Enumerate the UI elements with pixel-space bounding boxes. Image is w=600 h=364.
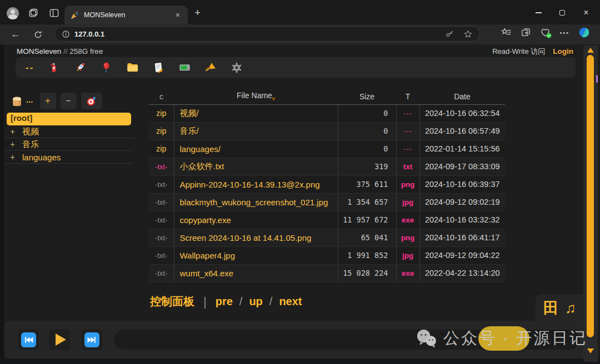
favorite-star-icon[interactable] xyxy=(463,29,473,39)
col-header-size[interactable]: Size xyxy=(338,89,396,104)
file-link[interactable]: 视频/ xyxy=(174,104,338,122)
next-link[interactable]: next xyxy=(279,295,302,308)
file-link[interactable]: Wallpaper4.jpg xyxy=(174,246,338,264)
up-link[interactable]: up xyxy=(249,295,262,308)
prev-track-button[interactable] xyxy=(18,329,39,350)
copilot-icon[interactable] xyxy=(578,27,590,38)
file-link[interactable]: copyparty.exe xyxy=(174,211,338,229)
balloon-icon[interactable] xyxy=(99,61,113,74)
zip-link[interactable]: zip xyxy=(149,140,174,158)
back-icon[interactable]: ← xyxy=(9,28,22,41)
window-edge xyxy=(0,358,600,364)
address-bar[interactable]: 127.0.0.1 xyxy=(54,26,480,42)
bread-toggle-icon[interactable] xyxy=(10,94,24,108)
window-minimize-button[interactable] xyxy=(529,7,548,19)
table-row: -txt- copyparty.exe 11 957 672 exe 2024-… xyxy=(149,211,505,229)
table-row: -txt- Wallpaper4.jpg 1 991 852 jpg 2024-… xyxy=(149,246,505,264)
browser-menu-icon[interactable]: ••• xyxy=(559,29,569,36)
tab-monseleven[interactable]: MONSeleven × xyxy=(64,6,188,24)
favorites-bar-icon[interactable] xyxy=(501,27,512,38)
next-track-button[interactable] xyxy=(81,329,102,350)
txt-link[interactable]: -txt- xyxy=(149,158,174,175)
toolbar-dashes-button[interactable]: -- xyxy=(26,62,34,73)
next-icon xyxy=(84,332,99,347)
txt-link[interactable]: -txt- xyxy=(149,211,174,229)
browser-essentials-icon[interactable] xyxy=(540,27,551,38)
tree-dots-label[interactable]: ... xyxy=(26,95,33,104)
grid-view-toggle[interactable]: 田 xyxy=(543,298,558,318)
action-toolbar: -- xyxy=(16,57,576,78)
password-key-icon[interactable] xyxy=(445,29,454,39)
pre-link[interactable]: pre xyxy=(216,295,233,308)
zip-link[interactable]: zip xyxy=(149,122,174,140)
file-link[interactable]: 小众软件.txt xyxy=(174,158,338,175)
file-link[interactable]: 音乐/ xyxy=(174,122,338,140)
url-text[interactable]: 127.0.0.1 xyxy=(74,30,445,38)
party-popper-favicon xyxy=(70,11,79,20)
tab-title: MONSeleven xyxy=(84,11,173,19)
col-header-c[interactable]: c xyxy=(149,89,174,104)
tree-item-languages[interactable]: + languages xyxy=(4,151,133,164)
scroll-down-arrow-icon[interactable] xyxy=(587,348,594,353)
watermark-text: 公众号 · 开源日记 xyxy=(443,327,587,350)
tree-item-root[interactable]: [root] xyxy=(7,113,131,125)
site-title[interactable]: MONSeleven xyxy=(17,47,61,55)
rocket-icon[interactable] xyxy=(73,61,87,74)
expand-icon[interactable]: + xyxy=(8,153,17,161)
extinguisher-icon[interactable] xyxy=(47,61,61,74)
col-header-date[interactable]: Date xyxy=(419,89,505,104)
file-link[interactable]: wumt_x64.exe xyxy=(174,264,338,282)
table-header-row: c File Namev Size T Date xyxy=(149,89,505,104)
play-button[interactable] xyxy=(49,329,70,350)
scrollbar-thumb[interactable] xyxy=(587,55,594,337)
window-edge xyxy=(0,44,4,364)
table-row: zip 视频/ 0 --- 2024-10-16 06:32:54 xyxy=(149,104,505,122)
file-link[interactable]: Screen 2024-10-16 at 14.41.05.png xyxy=(174,229,338,246)
window-close-button[interactable]: × xyxy=(577,7,596,19)
page-header: MONSeleven // 258G free Read-Write 访问 Lo… xyxy=(17,47,573,57)
txt-link[interactable]: -txt- xyxy=(149,193,174,211)
memo-icon[interactable] xyxy=(152,61,165,74)
tree-item-music[interactable]: + 音乐 xyxy=(4,138,133,151)
gear-icon[interactable] xyxy=(230,61,243,74)
copyparty-page: MONSeleven // 258G free Read-Write 访问 Lo… xyxy=(0,44,600,358)
target-icon xyxy=(86,95,97,107)
workspaces-icon[interactable] xyxy=(28,8,39,18)
txt-link[interactable]: -txt- xyxy=(149,264,174,282)
window-maximize-button[interactable] xyxy=(553,7,572,19)
audio-panel-toggle[interactable]: ♫ xyxy=(565,300,576,317)
file-link[interactable]: languages/ xyxy=(174,140,338,158)
tree-grow-button[interactable]: + xyxy=(40,93,56,109)
file-table: c File Namev Size T Date zip 视频/ 0 --- 2… xyxy=(149,89,505,282)
file-link[interactable]: Appinn-2024-10-16-14.39.13@2x.png xyxy=(174,175,338,193)
tab-close-icon[interactable]: × xyxy=(173,11,182,19)
control-panel-link[interactable]: 控制面板 xyxy=(150,294,194,309)
prev-icon xyxy=(21,332,36,347)
scroll-up-arrow-icon[interactable] xyxy=(587,48,594,53)
collections-icon[interactable] xyxy=(521,27,531,38)
new-tab-button[interactable]: + xyxy=(194,7,201,19)
txt-link[interactable]: -txt- xyxy=(149,175,174,193)
login-link[interactable]: Login xyxy=(553,47,573,55)
tree-item-video[interactable]: + 视频 xyxy=(4,125,133,138)
folder-icon[interactable] xyxy=(126,61,139,74)
tree-shrink-button[interactable]: − xyxy=(61,93,77,109)
col-header-name[interactable]: File Namev xyxy=(174,89,338,104)
bottom-nav: 控制面板 | pre / up / next xyxy=(150,294,302,309)
txt-link[interactable]: -txt- xyxy=(149,246,174,264)
refresh-icon[interactable] xyxy=(31,28,44,41)
site-info-icon[interactable] xyxy=(62,30,70,38)
expand-icon[interactable]: + xyxy=(8,140,17,149)
pager-icon[interactable] xyxy=(178,61,191,74)
col-header-type[interactable]: T xyxy=(396,89,419,104)
zip-link[interactable]: zip xyxy=(149,104,174,122)
tab-actions-icon[interactable] xyxy=(49,8,60,18)
table-row: zip 音乐/ 0 --- 2024-10-16 06:57:49 xyxy=(149,122,505,140)
watermark: 公众号 · 开源日记 xyxy=(414,327,587,350)
txt-link[interactable]: -txt- xyxy=(149,229,174,246)
file-link[interactable]: blackmyth_wukong_screenshot_021.jpg xyxy=(174,193,338,211)
profile-avatar-icon[interactable] xyxy=(7,7,19,19)
tree-target-button[interactable] xyxy=(81,93,102,109)
trumpet-icon[interactable] xyxy=(204,61,217,74)
expand-icon[interactable]: + xyxy=(8,127,17,136)
